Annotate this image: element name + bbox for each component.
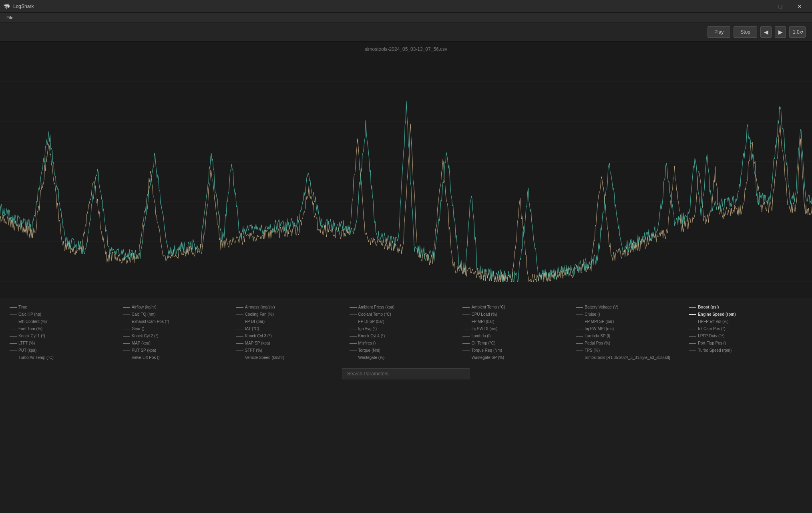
legend-label: MAP SP (kpa) [245, 340, 270, 347]
legend-item[interactable]: HPFP Eff Vol (%) [689, 319, 802, 325]
legend-item[interactable]: PUT (kpa) [10, 347, 123, 354]
legend-item[interactable]: Cooling Fan (%) [236, 311, 350, 318]
app-icon: 🦈 [3, 3, 10, 10]
legend-item[interactable]: LTFT (%) [10, 340, 123, 347]
search-input[interactable] [342, 368, 470, 379]
legend-item[interactable]: TPS (%) [576, 347, 689, 354]
chart-canvas[interactable] [0, 42, 812, 298]
legend-item[interactable]: Turbo Air Temp (°C) [10, 355, 123, 361]
legend-label: Misfires () [358, 340, 376, 347]
legend-item[interactable]: MAP (kpa) [123, 340, 236, 347]
legend-item[interactable]: Valve Lift Pos () [123, 355, 236, 361]
next-button[interactable]: ▶ [775, 26, 786, 38]
legend-item[interactable]: Port Flap Pos () [689, 340, 802, 347]
legend-item[interactable]: Gear () [123, 326, 236, 332]
play-button[interactable]: Play [707, 26, 730, 38]
menu-file[interactable]: File [3, 14, 17, 21]
legend-label: SimosTools [R1:35:2024_3_31.kyle_a3_is38… [585, 355, 670, 361]
legend-item[interactable]: Exhaust Cam Pos (°) [123, 319, 236, 325]
legend-item[interactable]: Calc HP (hp) [10, 311, 123, 318]
legend-item[interactable]: Calc TQ (nm) [123, 311, 236, 318]
legend-grid: TimeAirflow (kg/hr)Airmass (mg/stk)Ambie… [10, 304, 802, 362]
legend-label: FP MPI SP (bar) [585, 319, 614, 325]
legend-item[interactable]: Airmass (mg/stk) [236, 304, 350, 311]
legend-label: Wastegate SP (%) [471, 355, 504, 361]
legend-label: Fuel Trim (%) [18, 326, 42, 332]
legend-item[interactable]: Wastegate SP (%) [462, 355, 576, 361]
legend-item[interactable]: Knock Cyl 3 (°) [236, 333, 350, 339]
legend-item[interactable]: Wastegate (%) [350, 355, 463, 361]
legend-label: FP DI SP (bar) [358, 319, 384, 325]
legend-label: Oil Temp (°C) [471, 340, 495, 347]
prev-button[interactable]: ◀ [760, 26, 772, 38]
legend-item[interactable]: Ign Avg (°) [350, 326, 463, 332]
legend-item[interactable]: Torque Req (Nm) [462, 347, 576, 354]
legend-label: Lambda (l) [471, 333, 490, 339]
legend-item[interactable]: Fuel Trim (%) [10, 326, 123, 332]
minimize-button[interactable]: — [752, 0, 770, 13]
chart-area: simostools-2024_05_03-13_07_56.csv [0, 42, 812, 298]
legend-item[interactable]: IAT (°C) [236, 326, 350, 332]
legend-item[interactable]: Misfires () [350, 340, 463, 347]
stop-button[interactable]: Stop [734, 26, 757, 38]
legend-item[interactable]: LPFP Duty (%) [689, 333, 802, 339]
legend-item[interactable]: Engine Speed (rpm) [689, 311, 802, 318]
legend-item[interactable]: Battery Voltage (V) [576, 304, 689, 311]
legend-item[interactable]: Knock Cyl 4 (°) [350, 333, 463, 339]
legend-item[interactable]: Turbo Speed (rpm) [689, 347, 802, 354]
legend-item[interactable]: Knock Cyl 1 (°) [10, 333, 123, 339]
legend-item[interactable]: Coolant Temp (°C) [350, 311, 463, 318]
legend-item[interactable]: STFT (%) [236, 347, 350, 354]
legend-item[interactable]: Cruise () [576, 311, 689, 318]
legend-label: Ambient Press (kpa) [358, 304, 395, 311]
legend-label: LPFP Duty (%) [698, 333, 725, 339]
legend-item[interactable]: Oil Temp (°C) [462, 340, 576, 347]
legend-label: Knock Cyl 3 (°) [245, 333, 272, 339]
legend-item[interactable]: CPU Load (%) [462, 311, 576, 318]
speed-wrapper: 1.0x 0.5x 2.0x 4.0x [789, 26, 806, 38]
legend-label: Turbo Air Temp (°C) [18, 355, 54, 361]
legend-item[interactable]: Pedal Pos (%) [576, 340, 689, 347]
legend-item[interactable]: Knock Cyl 2 (°) [123, 333, 236, 339]
legend-item[interactable]: FP MPI SP (bar) [576, 319, 689, 325]
search-area [0, 365, 812, 384]
legend-label: FP DI (bar) [245, 319, 265, 325]
legend-item[interactable]: FP DI SP (bar) [350, 319, 463, 325]
legend-area: TimeAirflow (kg/hr)Airmass (mg/stk)Ambie… [0, 298, 812, 365]
legend-item[interactable]: Boost (psi) [689, 304, 802, 311]
legend-label: Port Flap Pos () [698, 340, 726, 347]
legend-item[interactable]: Int Cam Pos (°) [689, 326, 802, 332]
close-button[interactable]: ✕ [790, 0, 809, 13]
speed-select[interactable]: 1.0x 0.5x 2.0x 4.0x [789, 26, 806, 38]
legend-label: FP MPI (bar) [471, 319, 494, 325]
legend-label: Time [18, 304, 27, 311]
legend-item[interactable]: Ambient Press (kpa) [350, 304, 463, 311]
legend-item[interactable]: Inj PW MPI (ms) [576, 326, 689, 332]
legend-item[interactable]: FP DI (bar) [236, 319, 350, 325]
legend-item[interactable]: Time [10, 304, 123, 311]
legend-label: Wastegate (%) [358, 355, 385, 361]
legend-item[interactable]: Vehicle Speed (km/hr) [236, 355, 350, 361]
legend-label: Ign Avg (°) [358, 326, 377, 332]
legend-item[interactable]: Ambient Temp (°C) [462, 304, 576, 311]
legend-item[interactable]: Torque (Nm) [350, 347, 463, 354]
legend-label: Pedal Pos (%) [585, 340, 610, 347]
legend-item[interactable]: Eth Content (%) [10, 319, 123, 325]
legend-label: STFT (%) [245, 347, 262, 354]
legend-label: TPS (%) [585, 347, 600, 354]
legend-item[interactable]: MAP SP (kpa) [236, 340, 350, 347]
legend-label: Calc TQ (nm) [132, 311, 156, 318]
maximize-button[interactable]: □ [771, 0, 790, 13]
legend-item[interactable]: Lambda SP (l) [576, 333, 689, 339]
legend-label: PUT SP (kpa) [132, 347, 156, 354]
legend-label: Knock Cyl 4 (°) [358, 333, 385, 339]
legend-label: Knock Cyl 1 (°) [18, 333, 45, 339]
legend-item[interactable]: Inj PW DI (ms) [462, 326, 576, 332]
legend-label: Eth Content (%) [18, 319, 47, 325]
legend-item[interactable]: SimosTools [R1:35:2024_3_31.kyle_a3_is38… [576, 355, 689, 361]
legend-item[interactable]: PUT SP (kpa) [123, 347, 236, 354]
legend-item[interactable]: Lambda (l) [462, 333, 576, 339]
legend-item[interactable]: FP MPI (bar) [462, 319, 576, 325]
legend-label: Boost (psi) [698, 304, 719, 311]
legend-item[interactable]: Airflow (kg/hr) [123, 304, 236, 311]
